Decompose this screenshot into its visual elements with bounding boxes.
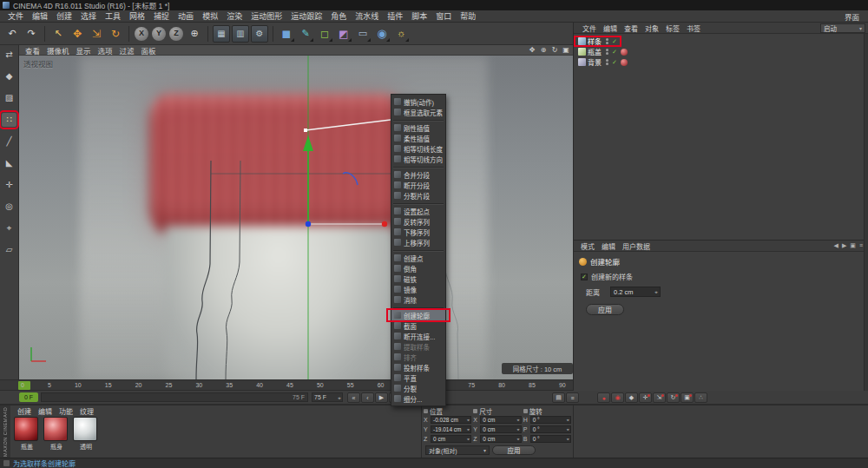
lock-icon[interactable]: ▣ [850, 242, 856, 249]
menu-item-break-segment[interactable]: 断开分段 [391, 180, 445, 190]
render-picture-viewer-icon[interactable]: ▥ [232, 25, 249, 43]
stepper-arrows-icon[interactable]: ◂▸ [566, 437, 569, 441]
distance-field[interactable]: 0.2 cm ◂▸ [610, 287, 661, 297]
rotation-field[interactable]: H 0 °◂▸ [523, 415, 571, 425]
toggle-view-icon[interactable]: ▣ [562, 46, 570, 54]
add-deformer-icon[interactable]: ◩ [335, 25, 352, 43]
material-thumbnail[interactable] [73, 417, 97, 441]
menu-item-reverse-sequence[interactable]: 反转序列 [391, 216, 445, 227]
apply-button[interactable]: 应用 [586, 304, 624, 315]
coordinate-mode-dropdown[interactable]: 对象(相对) ▾ [425, 445, 490, 455]
object-manager-menu-item[interactable]: 查看 [621, 23, 641, 33]
menu-item-mirror[interactable]: 镜像 [391, 284, 445, 294]
spline-outline-left[interactable] [196, 161, 211, 379]
rotate-tool-icon[interactable]: ↻ [107, 25, 124, 43]
menubar-item[interactable]: 编辑 [28, 10, 52, 22]
menu-item-move-up-sequence[interactable]: 上移序列 [391, 237, 445, 247]
stepper-arrows-icon[interactable]: ◂▸ [516, 437, 519, 441]
material-tag-icon[interactable] [621, 49, 628, 56]
object-manager-menu-item[interactable]: 对象 [641, 23, 662, 33]
toolbar-icon[interactable] [128, 26, 129, 42]
stepper-arrows-icon[interactable]: ◂▸ [467, 437, 470, 441]
menubar-item[interactable]: 运动图形 [247, 10, 286, 22]
toolbar-icon[interactable] [273, 26, 273, 42]
timeline-slider[interactable]: 75 F [41, 392, 308, 402]
stepper-arrows-icon[interactable]: ◂▸ [566, 418, 569, 422]
object-row-spline[interactable]: 样条 ✓ [576, 36, 619, 46]
menubar-item[interactable]: 文件 [3, 10, 28, 22]
menubar-item[interactable]: 运动跟踪 [286, 10, 326, 22]
material-menu-item[interactable]: 功能 [56, 406, 76, 416]
menu-item-soft-interpolation[interactable]: 柔性插值 [391, 133, 445, 143]
keyframe-selection-button[interactable]: ◆ [625, 392, 638, 403]
attribute-manager-menu-item[interactable]: 用户数据 [619, 241, 654, 251]
material-thumbnail[interactable] [14, 417, 38, 441]
keyframe-mode-button[interactable]: ▤ [552, 392, 565, 403]
history-forward-icon[interactable]: ▶ [842, 242, 846, 249]
position-field[interactable]: Z 0 cm◂▸ [424, 434, 471, 444]
menu-item-explode-segments[interactable]: 分裂片段 [391, 190, 445, 201]
timeline-ruler[interactable]: 051015202530354045505560657075808590 [0, 379, 573, 391]
autokey-button[interactable]: ◉ [611, 392, 624, 403]
undo-icon[interactable]: ↶ [3, 25, 21, 43]
size-field[interactable]: Z 0 cm◂▸ [473, 434, 521, 444]
rotation-field[interactable]: P 0 °◂▸ [523, 425, 571, 434]
material-cap[interactable]: 瓶盖 [14, 417, 40, 451]
menu-item-disconnect[interactable]: 断开连接... [391, 331, 445, 341]
x-axis-lock-button[interactable]: X [135, 27, 148, 41]
origin-handle[interactable] [306, 221, 311, 227]
render-settings-icon[interactable]: ⚙ [251, 25, 268, 43]
viewport[interactable]: 查看摄像机显示选项过滤面板 ✥⊕↻▣ 透视视图 [19, 45, 573, 379]
size-field[interactable]: Y 0 cm◂▸ [473, 425, 521, 434]
object-row-background[interactable]: 背景 ✓ [576, 57, 629, 67]
material-thumbnail[interactable] [43, 417, 68, 441]
enable-axis-icon[interactable]: ✛ [2, 178, 16, 192]
menubar-item[interactable]: 模拟 [198, 10, 222, 22]
viewport-menu-item[interactable]: 摄像机 [43, 45, 73, 56]
menu-item-chamfer[interactable]: 倒角 [391, 263, 445, 274]
history-back-icon[interactable]: ◀ [834, 242, 838, 249]
menu-item-move-down-sequence[interactable]: 下移序列 [391, 227, 445, 237]
material-clear[interactable]: 透明 [73, 417, 99, 451]
toolbar-icon[interactable] [44, 26, 45, 42]
parameter-key-button[interactable]: ▣ [681, 392, 694, 403]
object-manager-menu-item[interactable]: 标签 [662, 23, 683, 33]
enabled-check-icon[interactable]: ✓ [612, 59, 617, 65]
selected-edge[interactable] [306, 119, 398, 130]
menubar-item[interactable]: 角色 [326, 10, 351, 22]
edge-mode-icon[interactable]: ╱ [2, 135, 16, 148]
zoom-view-icon[interactable]: ⊕ [539, 46, 548, 54]
edge-point-handle[interactable] [304, 129, 307, 132]
viewport-menu-item[interactable]: 面板 [138, 45, 160, 56]
menubar-item[interactable]: 选择 [76, 10, 101, 22]
texture-mode-icon[interactable]: ▨ [2, 91, 16, 105]
viewport-scene[interactable]: 网格尺寸 : 10 cm [19, 56, 573, 379]
menu-item-undo-action[interactable]: 撤销(动作) [391, 96, 445, 107]
pan-view-icon[interactable]: ✥ [528, 46, 536, 54]
visibility-dots[interactable] [606, 49, 608, 55]
menu-item-subdivide[interactable]: 细分... [391, 393, 445, 404]
layout-preset-dropdown[interactable]: 启动 ▾ [820, 23, 865, 33]
object-row-cap[interactable]: 瓶盖 ✓ [576, 47, 629, 56]
menubar-item[interactable]: 流水线 [351, 10, 383, 22]
scale-key-button[interactable]: ⇲ [653, 392, 666, 403]
menubar-item[interactable]: 动画 [174, 10, 198, 22]
render-view-icon[interactable]: ▦ [213, 25, 230, 43]
coordinate-system-icon[interactable]: ⊕ [186, 25, 203, 43]
viewport-menu-item[interactable]: 过滤 [116, 45, 138, 56]
add-spline-pen-icon[interactable]: ✎ [297, 25, 314, 43]
menu-item-extract-spline[interactable]: 提取样条 [391, 341, 445, 352]
menubar-item[interactable]: 网格 [125, 10, 149, 22]
object-manager-menu-item[interactable]: 编辑 [600, 23, 621, 33]
track-options-button[interactable]: ≡ [566, 392, 579, 403]
record-keyframe-button[interactable]: ● [597, 392, 610, 403]
material-menu-item[interactable]: 编辑 [35, 406, 56, 416]
z-axis-lock-button[interactable]: Z [169, 27, 183, 41]
size-field[interactable]: X 0 cm◂▸ [473, 415, 521, 425]
menubar-item[interactable]: 创建 [52, 10, 76, 22]
workplane-icon[interactable]: ▱ [2, 243, 16, 257]
polygon-mode-icon[interactable]: ◣ [2, 156, 16, 170]
menubar-item[interactable]: 窗口 [431, 10, 456, 22]
enabled-check-icon[interactable]: ✓ [612, 38, 617, 44]
pla-key-button[interactable]: ∴ [694, 392, 707, 403]
